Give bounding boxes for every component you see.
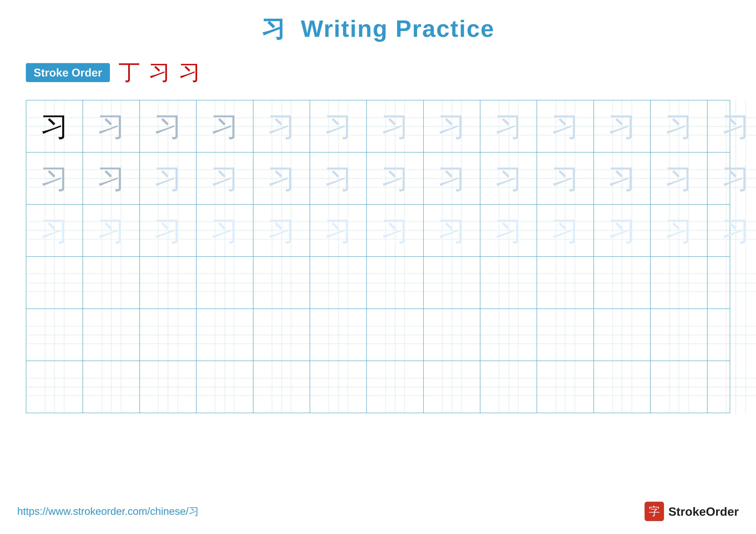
- grid-cell-1-6[interactable]: 习: [367, 153, 423, 204]
- grid-cell-0-1[interactable]: 习: [83, 100, 140, 152]
- grid-row-5: [26, 309, 730, 361]
- grid-cell-1-8[interactable]: 习: [480, 153, 537, 204]
- grid-cell-5-10[interactable]: [594, 361, 651, 413]
- grid-cell-4-10[interactable]: [594, 309, 651, 361]
- grid-cell-2-12[interactable]: 习: [708, 205, 756, 256]
- grid-cell-2-10[interactable]: 习: [594, 205, 651, 256]
- grid-cell-5-8[interactable]: [480, 361, 537, 413]
- grid-cell-0-0[interactable]: 习: [26, 100, 83, 152]
- grid-cell-0-4[interactable]: 习: [254, 100, 310, 152]
- grid-cell-4-0[interactable]: [26, 309, 83, 361]
- grid-cell-5-6[interactable]: [367, 361, 423, 413]
- grid-cell-2-7[interactable]: 习: [424, 205, 480, 256]
- practice-character: 习: [324, 165, 352, 192]
- grid-cell-2-9[interactable]: 习: [537, 205, 594, 256]
- grid-cell-1-4[interactable]: 习: [254, 153, 310, 204]
- practice-character: 习: [211, 216, 239, 244]
- grid-row-1: 习习习习习习习习习习习习习: [26, 100, 730, 153]
- footer-url[interactable]: https://www.strokeorder.com/chinese/习: [17, 504, 199, 518]
- grid-cell-3-6[interactable]: [367, 257, 423, 309]
- practice-character: 习: [97, 165, 125, 192]
- grid-cell-1-3[interactable]: 习: [197, 153, 253, 204]
- grid-cell-0-10[interactable]: 习: [594, 100, 651, 152]
- grid-cell-5-1[interactable]: [83, 361, 140, 413]
- grid-cell-0-9[interactable]: 习: [537, 100, 594, 152]
- practice-character: 习: [722, 216, 750, 244]
- grid-cell-1-7[interactable]: 习: [424, 153, 480, 204]
- grid-cell-1-12[interactable]: 习: [708, 153, 756, 204]
- grid-cell-5-5[interactable]: [310, 361, 367, 413]
- grid-cell-1-2[interactable]: 习: [140, 153, 197, 204]
- grid-cell-3-2[interactable]: [140, 257, 197, 309]
- grid-cell-1-5[interactable]: 习: [310, 153, 367, 204]
- grid-cell-4-9[interactable]: [537, 309, 594, 361]
- grid-cell-3-7[interactable]: [424, 257, 480, 309]
- grid-cell-0-6[interactable]: 习: [367, 100, 423, 152]
- grid-cell-0-12[interactable]: 习: [708, 100, 756, 152]
- grid-cell-0-8[interactable]: 习: [480, 100, 537, 152]
- grid-cell-1-9[interactable]: 习: [537, 153, 594, 204]
- grid-cell-5-12[interactable]: [708, 361, 756, 413]
- grid-cell-4-7[interactable]: [424, 309, 480, 361]
- practice-character: 习: [551, 112, 579, 140]
- grid-cell-4-5[interactable]: [310, 309, 367, 361]
- grid-cell-5-3[interactable]: [197, 361, 253, 413]
- grid-cell-2-4[interactable]: 习: [254, 205, 310, 256]
- practice-character: 习: [324, 216, 352, 244]
- grid-cell-4-1[interactable]: [83, 309, 140, 361]
- grid-cell-2-5[interactable]: 习: [310, 205, 367, 256]
- grid-cell-1-10[interactable]: 习: [594, 153, 651, 204]
- practice-character: 习: [551, 165, 579, 192]
- grid-cell-3-9[interactable]: [537, 257, 594, 309]
- page-title: 习 Writing Practice: [17, 13, 739, 45]
- grid-cell-3-4[interactable]: [254, 257, 310, 309]
- practice-character: 习: [665, 216, 693, 244]
- grid-cell-2-8[interactable]: 习: [480, 205, 537, 256]
- grid-cell-4-12[interactable]: [708, 309, 756, 361]
- stroke-2: 习: [149, 58, 170, 87]
- practice-character: 习: [722, 165, 750, 192]
- grid-cell-4-8[interactable]: [480, 309, 537, 361]
- grid-cell-5-0[interactable]: [26, 361, 83, 413]
- grid-cell-3-3[interactable]: [197, 257, 253, 309]
- practice-character: 习: [267, 112, 295, 140]
- grid-cell-5-7[interactable]: [424, 361, 480, 413]
- grid-cell-2-0[interactable]: 习: [26, 205, 83, 256]
- grid-cell-4-3[interactable]: [197, 309, 253, 361]
- grid-cell-2-2[interactable]: 习: [140, 205, 197, 256]
- grid-cell-0-2[interactable]: 习: [140, 100, 197, 152]
- practice-character: 习: [211, 165, 239, 192]
- grid-cell-3-1[interactable]: [83, 257, 140, 309]
- grid-cell-4-11[interactable]: [651, 309, 707, 361]
- practice-character: 习: [97, 112, 125, 140]
- grid-cell-2-6[interactable]: 习: [367, 205, 423, 256]
- grid-cell-0-3[interactable]: 习: [197, 100, 253, 152]
- grid-cell-0-7[interactable]: 习: [424, 100, 480, 152]
- grid-cell-4-4[interactable]: [254, 309, 310, 361]
- grid-cell-2-11[interactable]: 习: [651, 205, 707, 256]
- practice-character: 习: [608, 112, 636, 140]
- title-text: Writing Practice: [301, 15, 495, 42]
- grid-cell-4-2[interactable]: [140, 309, 197, 361]
- practice-character: 习: [551, 216, 579, 244]
- grid-cell-2-1[interactable]: 习: [83, 205, 140, 256]
- grid-cell-3-0[interactable]: [26, 257, 83, 309]
- grid-cell-5-2[interactable]: [140, 361, 197, 413]
- grid-cell-5-11[interactable]: [651, 361, 707, 413]
- grid-cell-0-5[interactable]: 习: [310, 100, 367, 152]
- grid-cell-4-6[interactable]: [367, 309, 423, 361]
- grid-cell-3-10[interactable]: [594, 257, 651, 309]
- grid-cell-3-11[interactable]: [651, 257, 707, 309]
- grid-cell-5-4[interactable]: [254, 361, 310, 413]
- grid-cell-5-9[interactable]: [537, 361, 594, 413]
- grid-cell-0-11[interactable]: 习: [651, 100, 707, 152]
- grid-cell-2-3[interactable]: 习: [197, 205, 253, 256]
- practice-character: 习: [608, 165, 636, 192]
- practice-character: 习: [381, 165, 409, 192]
- grid-cell-3-12[interactable]: [708, 257, 756, 309]
- grid-cell-1-0[interactable]: 习: [26, 153, 83, 204]
- grid-cell-3-8[interactable]: [480, 257, 537, 309]
- grid-cell-1-1[interactable]: 习: [83, 153, 140, 204]
- grid-cell-1-11[interactable]: 习: [651, 153, 707, 204]
- grid-cell-3-5[interactable]: [310, 257, 367, 309]
